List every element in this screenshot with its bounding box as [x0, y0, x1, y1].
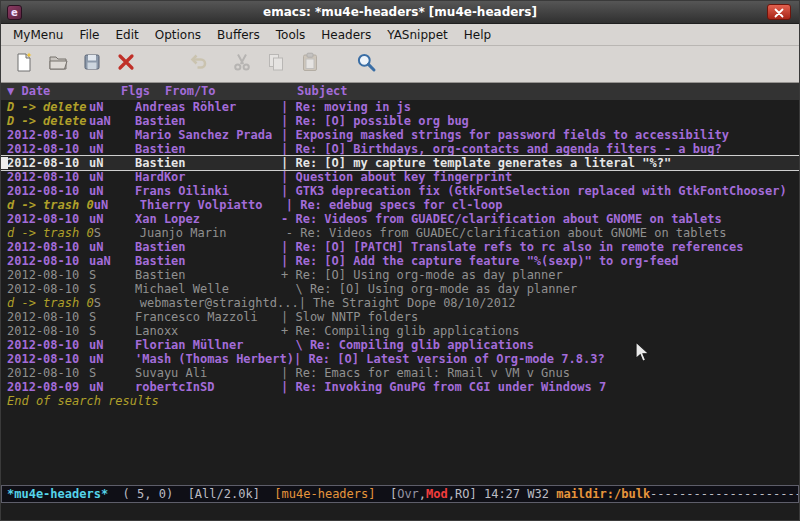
- date-cell: 2012-08-10: [7, 310, 89, 324]
- flags-cell: uaN: [89, 114, 135, 128]
- date-cell: 2012-08-10: [7, 268, 89, 282]
- message-row[interactable]: 2012-08-10uNBastien| Re: [O] [PATCH] Tra…: [1, 240, 799, 254]
- column-header-from[interactable]: From/To: [165, 83, 216, 100]
- subject-cell: | Re: moving in js: [281, 100, 411, 114]
- modeline-segment: *mu4e-headers*: [7, 487, 108, 501]
- open-icon: [47, 51, 69, 77]
- subject-cell: | Re: [O] Latest version of Org-mode 7.8…: [294, 352, 605, 366]
- from-cell: Xan Lopez: [135, 212, 281, 226]
- message-row[interactable]: 2012-08-10uNFrans Oilinki| GTK3 deprecat…: [1, 184, 799, 198]
- date-cell: 2012-08-10: [7, 338, 89, 352]
- modeline-segment: RO: [455, 487, 469, 501]
- message-row[interactable]: 2012-08-10uNBastien| Re: [O] Birthdays, …: [1, 142, 799, 156]
- open-button[interactable]: [43, 49, 73, 79]
- from-cell: Francesco Mazzoli: [135, 310, 281, 324]
- window-icon: e: [7, 5, 22, 20]
- menu-tools[interactable]: Tools: [268, 25, 314, 45]
- from-cell: Mario Sanchez Prada: [135, 128, 281, 142]
- message-row[interactable]: 2012-08-10SSuvayu Ali| Re: Emacs for ema…: [1, 366, 799, 380]
- date-cell: 2012-08-10: [7, 352, 89, 366]
- close-button[interactable]: [767, 4, 791, 20]
- message-row[interactable]: 2012-08-10SBastien+ Re: [O] Using org-mo…: [1, 268, 799, 282]
- flags-cell: uN: [89, 184, 135, 198]
- from-cell: 'Mash (Thomas Herbert): [135, 352, 294, 366]
- subject-cell: | Re: [O] Add the capture feature "%(sex…: [281, 254, 678, 268]
- message-row[interactable]: 2012-08-10SLanoxx+ Re: Compiling glib ap…: [1, 324, 799, 338]
- date-cell: 2012-08-10: [7, 254, 89, 268]
- modeline-segment: Mod: [426, 487, 448, 501]
- message-row[interactable]: 2012-08-10uNMario Sanchez Prada| Exposin…: [1, 128, 799, 142]
- menu-options[interactable]: Options: [147, 25, 209, 45]
- from-cell: Thierry Volpiatto: [140, 198, 286, 212]
- toolbar: [1, 46, 799, 83]
- subject-cell: | Re: [O] [PATCH] Translate refs to rc a…: [281, 240, 743, 254]
- flags-cell: S: [89, 268, 135, 282]
- flags-cell: S: [94, 296, 140, 310]
- end-of-results-text: End of search results: [1, 394, 799, 408]
- flags-cell: S: [94, 226, 140, 240]
- from-cell: robertcInSD: [135, 380, 281, 394]
- close-icon: [774, 3, 784, 22]
- message-row[interactable]: 2012-08-10SMichael Welle \ Re: [O] Using…: [1, 282, 799, 296]
- message-row[interactable]: 2012-08-10SFrancesco Mazzoli| Slow NNTP …: [1, 310, 799, 324]
- message-row[interactable]: 2012-08-10uNBastien| Re: [O] my capture …: [1, 156, 799, 170]
- modeline-segment: Ovr: [397, 487, 419, 501]
- subject-cell: \ Re: Compiling glib applications: [281, 338, 534, 352]
- modeline-segment: --------------------------------------: [650, 487, 799, 501]
- modeline-segment: ,: [419, 487, 426, 501]
- menu-yasnippet[interactable]: YASnippet: [379, 25, 456, 45]
- new-file-button[interactable]: [9, 49, 39, 79]
- message-row[interactable]: 2012-08-10uNFlorian Müllner \ Re: Compil…: [1, 338, 799, 352]
- menu-buffers[interactable]: Buffers: [209, 25, 268, 45]
- message-row[interactable]: 2012-08-09uNrobertcInSD| Re: Invoking Gn…: [1, 380, 799, 394]
- message-row[interactable]: 2012-08-10uaNBastien| Re: [O] Add the ca…: [1, 254, 799, 268]
- menu-edit[interactable]: Edit: [108, 25, 147, 45]
- headers-header-line: ▼ Date Flgs From/To Subject: [1, 83, 799, 100]
- flags-cell: uN: [89, 170, 135, 184]
- message-row[interactable]: D -> deleteuNAndreas Röhler| Re: moving …: [1, 100, 799, 114]
- text-cursor: [1, 157, 8, 169]
- menu-headers[interactable]: Headers: [313, 25, 379, 45]
- flags-cell: S: [89, 324, 135, 338]
- flags-cell: uN: [89, 142, 135, 156]
- mark-cell: d -> trash 0: [7, 198, 94, 212]
- date-cell: 2012-08-10: [7, 142, 89, 156]
- from-cell: Bastien: [135, 142, 281, 156]
- date-cell: 2012-08-10: [7, 128, 89, 142]
- cut-icon: [231, 51, 253, 77]
- modeline-segment: ( 5, 0): [108, 487, 187, 501]
- column-header-flags[interactable]: Flgs: [121, 83, 150, 100]
- from-cell: Bastien: [135, 268, 281, 282]
- flags-cell: uN: [89, 338, 135, 352]
- message-row[interactable]: d -> trash 0Swebmaster@straightd...| The…: [1, 296, 799, 310]
- modeline-segment: maildir:/bulk: [556, 487, 650, 501]
- menu-file[interactable]: File: [71, 25, 107, 45]
- from-cell: Florian Müllner: [135, 338, 281, 352]
- flags-cell: uN: [89, 100, 135, 114]
- column-header-subject[interactable]: Subject: [297, 83, 348, 100]
- message-row[interactable]: 2012-08-10uN'Mash (Thomas Herbert)| Re: …: [1, 352, 799, 366]
- menu-help[interactable]: Help: [456, 25, 499, 45]
- date-cell: 2012-08-10: [7, 184, 89, 198]
- subject-cell: + Re: Compiling glib applications: [281, 324, 519, 338]
- message-row[interactable]: 2012-08-10uNXan Lopez- Re: Videos from G…: [1, 212, 799, 226]
- date-cell: 2012-08-10: [7, 240, 89, 254]
- message-row[interactable]: 2012-08-10uNHardKor| Question about key …: [1, 170, 799, 184]
- undo-icon: [187, 51, 209, 77]
- mark-cell: d -> trash 0: [7, 226, 94, 240]
- subject-cell: | Re: [O] possible org bug: [281, 114, 469, 128]
- message-row[interactable]: d -> trash 0SJuanjo Marin- Re: Videos fr…: [1, 226, 799, 240]
- search-button[interactable]: [351, 49, 381, 79]
- subject-cell: | The Straight Dope 08/10/2012: [299, 296, 516, 310]
- save-button[interactable]: [77, 49, 107, 79]
- from-cell: Bastien: [135, 240, 281, 254]
- date-cell: 2012-08-10: [7, 282, 89, 296]
- echo-area[interactable]: [1, 503, 799, 520]
- message-row[interactable]: d -> trash 0uNThierry Volpiatto| Re: ede…: [1, 198, 799, 212]
- from-cell: Michael Welle: [135, 282, 281, 296]
- modeline: *mu4e-headers* ( 5, 0) [All/2.0k] [mu4e-…: [1, 485, 799, 503]
- message-row[interactable]: D -> deleteuaNBastien| Re: [O] possible …: [1, 114, 799, 128]
- column-header-date[interactable]: ▼ Date: [7, 83, 50, 100]
- menu-mymenu[interactable]: MyMenu: [5, 25, 71, 45]
- close-button[interactable]: [111, 49, 141, 79]
